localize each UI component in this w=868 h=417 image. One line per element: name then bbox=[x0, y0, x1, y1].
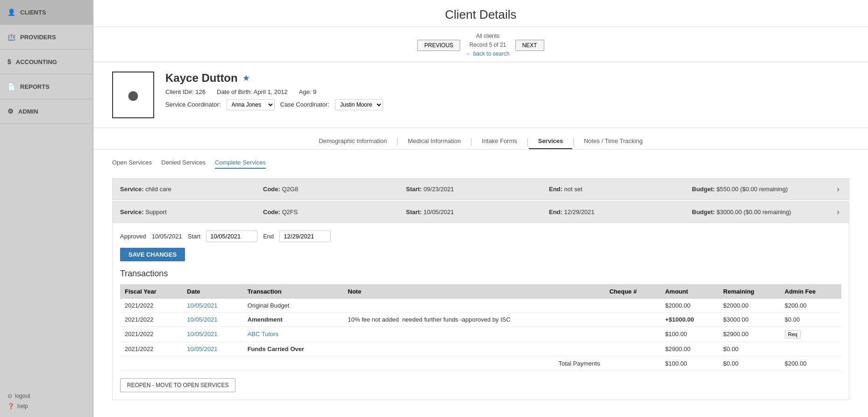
transactions-title: Transactions bbox=[120, 269, 841, 279]
client-name: Kayce Dutton bbox=[165, 72, 238, 85]
total-empty bbox=[605, 356, 660, 370]
tab-demographic[interactable]: Demographic Information bbox=[309, 134, 396, 149]
service1-name: Service: child care bbox=[120, 186, 263, 193]
sidebar-item-accounting[interactable]: $ ACCOUNTING bbox=[0, 50, 92, 74]
clients-icon: 👤 bbox=[7, 8, 15, 16]
avatar-icon: ● bbox=[127, 82, 140, 108]
admin-icon: ⚙ bbox=[7, 108, 14, 115]
fiscal-year-cell: 2021/2022 bbox=[120, 326, 182, 342]
service-coordinator-select[interactable]: Anna Jones Justin Moore Other bbox=[227, 99, 275, 110]
note-cell bbox=[343, 326, 605, 342]
total-payments-label: Total Payments bbox=[120, 356, 605, 370]
sub-tab-open[interactable]: Open Services bbox=[112, 159, 152, 169]
end-date-input[interactable] bbox=[279, 230, 331, 242]
approved-row: Approved 10/05/2021 Start End bbox=[120, 230, 841, 242]
service2-end: End: 12/29/2021 bbox=[549, 208, 692, 216]
service-row-1[interactable]: Service: child care Code: Q2G8 Start: 09… bbox=[112, 178, 849, 200]
cheque-cell bbox=[605, 312, 660, 326]
remaining-cell: $3000.00 bbox=[719, 312, 780, 326]
service-coordinator-label: Service Coordinator: bbox=[165, 101, 221, 108]
nav-bar: PREVIOUS All clients Record 5 of 21 ← ba… bbox=[93, 27, 868, 62]
sidebar-item-label: REPORTS bbox=[20, 83, 50, 90]
service2-start: Start: 10/05/2021 bbox=[406, 208, 549, 216]
sidebar-item-providers[interactable]: 🏥 PROVIDERS bbox=[0, 25, 92, 50]
sidebar-bottom: ⊙ logout ❓ help bbox=[0, 385, 92, 417]
approved-label: Approved bbox=[120, 233, 146, 240]
help-link[interactable]: ❓ help bbox=[7, 403, 85, 410]
page-title-bar: Client Details bbox=[93, 0, 868, 27]
fiscal-year-cell: 2021/2022 bbox=[120, 299, 182, 313]
remaining-cell: $2900.00 bbox=[719, 326, 780, 342]
cheque-cell bbox=[605, 326, 660, 342]
content-area: Open Services Denied Services Complete S… bbox=[93, 150, 868, 413]
case-coordinator-select[interactable]: Justin Moore Anna Jones Other bbox=[335, 99, 383, 110]
transaction-cell: Amendment bbox=[243, 312, 343, 326]
col-remaining: Remaining bbox=[719, 284, 780, 299]
sidebar-item-label: ADMIN bbox=[18, 108, 38, 115]
req-button[interactable]: Req bbox=[785, 330, 801, 338]
remaining-cell: $0.00 bbox=[719, 342, 780, 356]
sidebar-item-label: CLIENTS bbox=[20, 9, 46, 16]
table-row: 2021/2022 10/05/2021 Original Budget $20… bbox=[120, 299, 841, 313]
total-amount: $100.00 bbox=[661, 356, 719, 370]
sub-tab-denied[interactable]: Denied Services bbox=[161, 159, 206, 169]
sidebar-item-clients[interactable]: 👤 CLIENTS bbox=[0, 0, 92, 25]
col-date: Date bbox=[182, 284, 242, 299]
client-details: Kayce Dutton ★ Client ID#: 126 Date of B… bbox=[165, 72, 383, 110]
end-label: End bbox=[263, 233, 274, 240]
providers-icon: 🏥 bbox=[7, 33, 15, 41]
service2-budget: Budget: $3000.00 ($0.00 remaining) bbox=[692, 208, 835, 216]
col-cheque: Cheque # bbox=[605, 284, 660, 299]
transaction-cell: Funds Carried Over bbox=[243, 342, 343, 356]
admin-fee-cell: Req bbox=[780, 326, 841, 342]
sub-tab-complete[interactable]: Complete Services bbox=[215, 159, 266, 169]
sidebar-item-reports[interactable]: 📄 REPORTS bbox=[0, 74, 92, 99]
col-fiscal-year: Fiscal Year bbox=[120, 284, 182, 299]
admin-fee-cell: $0.00 bbox=[780, 312, 841, 326]
client-age: Age: 9 bbox=[299, 88, 317, 95]
start-date-input[interactable] bbox=[206, 230, 257, 242]
client-name-row: Kayce Dutton ★ bbox=[165, 72, 383, 85]
amount-cell: $100.00 bbox=[661, 326, 719, 342]
save-changes-button[interactable]: SAVE CHANGES bbox=[120, 248, 185, 261]
col-transaction: Transaction bbox=[243, 284, 343, 299]
sub-tabs: Open Services Denied Services Complete S… bbox=[112, 159, 849, 169]
reopen-button[interactable]: REOPEN - MOVE TO OPEN SERVICES bbox=[120, 378, 235, 392]
page-title: Client Details bbox=[93, 7, 868, 22]
tab-notes[interactable]: Notes / Time Tracking bbox=[575, 134, 652, 149]
tab-medical[interactable]: Medical Information bbox=[398, 134, 470, 149]
tab-intake[interactable]: Intake Forms bbox=[472, 134, 526, 149]
col-amount: Amount bbox=[661, 284, 719, 299]
sidebar-item-label: PROVIDERS bbox=[20, 34, 56, 41]
sidebar-item-admin[interactable]: ⚙ ADMIN bbox=[0, 99, 92, 124]
tab-services[interactable]: Services bbox=[529, 134, 573, 149]
nav-info: All clients Record 5 of 21 ← back to sea… bbox=[466, 32, 509, 59]
transaction-cell: Original Budget bbox=[243, 299, 343, 313]
client-id: Client ID#: 126 bbox=[165, 88, 206, 95]
service-row-2[interactable]: Service: Support Code: Q2FS Start: 10/05… bbox=[112, 201, 849, 223]
remaining-cell: $2000.00 bbox=[719, 299, 780, 313]
next-button[interactable]: NEXT bbox=[515, 40, 544, 51]
date-cell: 10/05/2021 bbox=[182, 312, 242, 326]
client-dob: Date of Birth: April 1, 2012 bbox=[217, 88, 288, 95]
service2-name: Service: Support bbox=[120, 208, 263, 216]
reports-icon: 📄 bbox=[7, 83, 15, 90]
total-admin: $200.00 bbox=[780, 356, 841, 370]
previous-button[interactable]: PREVIOUS bbox=[417, 40, 460, 51]
admin-fee-cell bbox=[780, 342, 841, 356]
star-icon[interactable]: ★ bbox=[242, 73, 250, 83]
service2-expanded: Approved 10/05/2021 Start End SAVE CHANG… bbox=[112, 223, 849, 400]
logout-link[interactable]: ⊙ logout bbox=[7, 393, 85, 399]
total-remaining: $0.00 bbox=[719, 356, 780, 370]
note-cell bbox=[343, 342, 605, 356]
back-to-search-link[interactable]: ← back to search bbox=[466, 50, 509, 57]
col-admin-fee: Admin Fee bbox=[780, 284, 841, 299]
note-cell: 10% fee not added needed further funds -… bbox=[343, 312, 605, 326]
transaction-cell-link[interactable]: ABC Tutors bbox=[243, 326, 343, 342]
service1-code: Code: Q2G8 bbox=[263, 186, 406, 193]
service2-toggle[interactable]: › bbox=[835, 207, 841, 217]
cheque-cell bbox=[605, 299, 660, 313]
table-row: 2021/2022 10/05/2021 Funds Carried Over … bbox=[120, 342, 841, 356]
service1-toggle[interactable]: › bbox=[835, 184, 841, 194]
note-cell bbox=[343, 299, 605, 313]
